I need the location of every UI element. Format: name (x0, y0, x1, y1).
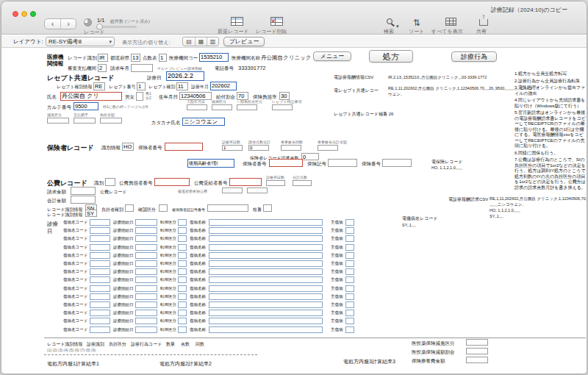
disease-name-label: 傷病名称 (190, 310, 206, 315)
disease-name-label: 傷病名称 (190, 236, 206, 241)
disease-tenki-label: 転帰区分 (160, 277, 176, 282)
disease-name-field[interactable] (209, 326, 323, 333)
disease-name-field[interactable] (209, 219, 323, 226)
disease-code-label: 傷病名コード (63, 228, 87, 233)
disease-code-field[interactable] (90, 227, 110, 234)
disease-main-field[interactable] (345, 235, 354, 242)
disease-name-field[interactable] (209, 285, 323, 292)
disease-tenki-field[interactable] (178, 326, 187, 333)
disease-start-field[interactable] (135, 310, 157, 316)
disease-tenki-field[interactable] (178, 318, 187, 324)
disease-start-label: 診療開始日 (113, 236, 134, 241)
disease-start-label: 診療開始日 (113, 318, 134, 324)
disease-main-field[interactable] (345, 285, 354, 292)
disease-name-field[interactable] (209, 252, 323, 259)
disease-main-field[interactable] (345, 301, 354, 308)
disease-start-field[interactable] (135, 268, 157, 275)
disease-main-field[interactable] (345, 260, 354, 267)
prescription-result-3: 電処方内服3計算結果3 (343, 358, 395, 365)
disease-tenki-field[interactable] (178, 276, 187, 283)
disease-start-field[interactable] (135, 252, 157, 259)
disease-start-label: 診療開始日 (113, 277, 134, 282)
disease-code-field[interactable] (90, 252, 110, 259)
disease-start-field[interactable] (135, 318, 157, 324)
disease-start-field[interactable] (135, 260, 157, 267)
med-genmen-field[interactable] (466, 339, 488, 346)
disease-main-field[interactable] (345, 219, 354, 226)
disease-start-field[interactable] (135, 326, 157, 333)
disease-name-field[interactable] (209, 318, 323, 324)
disease-code-field[interactable] (90, 293, 110, 300)
disease-main-field[interactable] (345, 293, 354, 300)
disease-code-field[interactable] (90, 318, 110, 324)
disease-start-field[interactable] (135, 285, 157, 292)
disease-name-field[interactable] (209, 310, 323, 316)
disease-row: 傷病名コード 診療開始日 転帰区分 傷病名称 主傷病 (1, 285, 587, 293)
disease-code-field[interactable] (90, 276, 110, 283)
disease-name-field[interactable] (209, 301, 323, 308)
med-gengaku-field[interactable] (466, 348, 488, 354)
disease-tenki-field[interactable] (178, 285, 187, 292)
disease-code-field[interactable] (90, 326, 110, 333)
si-dashed-divider (44, 354, 257, 355)
disease-code-field[interactable] (90, 285, 110, 292)
disease-start-label: 診療開始日 (113, 286, 134, 291)
disease-start-field[interactable] (135, 227, 157, 234)
si-shiki-label: 診療識別 (87, 341, 104, 348)
disease-tenki-label: 転帰区分 (160, 228, 176, 233)
disease-code-label: 傷病名コード (63, 236, 87, 241)
disease-main-field[interactable] (345, 310, 354, 316)
disease-tenki-field[interactable] (178, 252, 187, 259)
disease-start-field[interactable] (135, 235, 157, 242)
disease-code-field[interactable] (90, 268, 110, 275)
disease-start-field[interactable] (135, 244, 157, 251)
disease-name-label: 傷病名称 (190, 318, 206, 324)
disease-code-field[interactable] (90, 301, 110, 308)
disease-code-field[interactable] (90, 235, 110, 242)
disease-name-label: 傷病名称 (190, 294, 206, 299)
disease-start-field[interactable] (135, 293, 157, 300)
disease-main-label: 主傷病 (331, 318, 343, 324)
disease-name-field[interactable] (209, 260, 323, 267)
si-id-label: レコード識別情報 (47, 341, 82, 348)
disease-tenki-field[interactable] (178, 227, 187, 234)
disease-tenki-field[interactable] (178, 260, 187, 267)
disease-name-label: 傷病名称 (190, 228, 206, 233)
disease-main-field[interactable] (345, 252, 354, 259)
disease-main-field[interactable] (345, 318, 354, 324)
disease-row: 傷病名コード 診療開始日 転帰区分 傷病名称 主傷病 (1, 252, 587, 260)
disease-name-field[interactable] (209, 276, 323, 283)
disease-name-field[interactable] (209, 268, 323, 275)
disease-main-field[interactable] (345, 268, 354, 275)
disease-name-field[interactable] (209, 293, 323, 300)
disease-tenki-field[interactable] (178, 301, 187, 308)
med-ryoyo-field[interactable] (466, 357, 488, 363)
disease-start-label: 診療開始日 (113, 220, 134, 225)
disease-main-field[interactable] (345, 276, 354, 283)
disease-code-field[interactable] (90, 310, 110, 316)
disease-main-field[interactable] (345, 326, 354, 333)
disease-tenki-label: 転帰区分 (160, 302, 176, 307)
disease-tenki-field[interactable] (178, 268, 187, 275)
disease-code-label: 傷病名コード (63, 220, 87, 225)
disease-name-field[interactable] (209, 235, 323, 242)
disease-start-label: 診療開始日 (113, 261, 134, 266)
disease-main-field[interactable] (345, 227, 354, 234)
disease-tenki-field[interactable] (178, 293, 187, 300)
disease-code-field[interactable] (90, 244, 110, 251)
disease-tenki-field[interactable] (178, 235, 187, 242)
disease-tenki-field[interactable] (178, 310, 187, 316)
disease-tenki-field[interactable] (178, 244, 187, 251)
disease-start-label: 診療開始日 (113, 310, 134, 315)
disease-tenki-field[interactable] (178, 219, 187, 226)
disease-code-field[interactable] (90, 219, 110, 226)
disease-start-field[interactable] (135, 276, 157, 283)
disease-main-field[interactable] (345, 244, 354, 251)
disease-start-field[interactable] (135, 301, 157, 308)
disease-name-field[interactable] (209, 244, 323, 251)
disease-name-field[interactable] (209, 227, 323, 234)
disease-code-label: 傷病名コード (63, 310, 87, 315)
disease-code-field[interactable] (90, 260, 110, 267)
disease-start-field[interactable] (135, 219, 157, 226)
si-points-label: 点数 (181, 341, 190, 348)
